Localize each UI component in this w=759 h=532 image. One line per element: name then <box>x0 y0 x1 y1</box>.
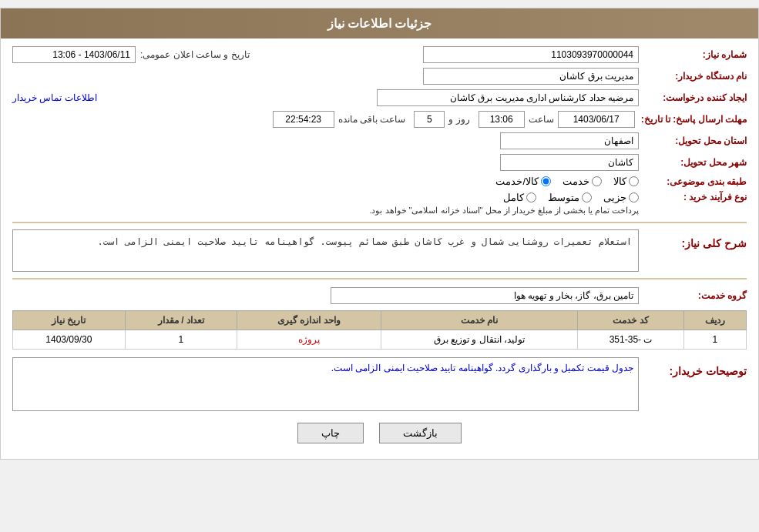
label-time: ساعت <box>529 114 554 125</box>
cell-unit: پروژه <box>237 330 381 350</box>
radio-kala-khedmat[interactable]: کالا/خدمت <box>495 176 551 187</box>
radio-khedmat-label: خدمت <box>563 176 589 187</box>
field-buyer-notes: جدول قیمت تکمیل و بارگذاری گردد. گواهینا… <box>12 357 639 411</box>
field-service-group <box>331 287 639 304</box>
category-radio-group: کالا خدمت کالا/خدمت <box>495 176 639 187</box>
label-reply-deadline: مهلت ارسال پاسخ: تا تاریخ: <box>635 114 747 125</box>
cell-name: تولید، انتقال و توزیع برق <box>381 330 578 350</box>
radio-khedmat[interactable]: خدمت <box>563 176 602 187</box>
label-remaining: ساعت باقی مانده <box>338 114 406 125</box>
cell-qty: 1 <box>125 330 237 350</box>
radio-kala-input[interactable] <box>629 176 639 186</box>
label-days: روز و <box>448 114 469 125</box>
buttons-container: بازگشت چاپ <box>12 423 747 443</box>
print-button[interactable]: چاپ <box>297 423 364 443</box>
back-button[interactable]: بازگشت <box>379 423 462 443</box>
label-category: طبقه بندی موضوعی: <box>639 176 747 187</box>
contact-link[interactable]: اطلاعات تماس خریدار <box>12 92 97 103</box>
cell-date: 1403/09/30 <box>13 330 126 350</box>
col-row: ردیف <box>683 311 746 330</box>
field-province <box>500 132 639 149</box>
col-name: نام خدمت <box>381 311 578 330</box>
radio-full[interactable]: کامل <box>503 192 536 203</box>
field-announce-date <box>12 46 136 63</box>
field-buyer-org <box>423 68 639 85</box>
radio-kala-khedmat-input[interactable] <box>541 176 551 186</box>
field-need-description[interactable]: استعلام تعمیرات روشنایی شمال و غرب کاشان… <box>12 229 639 272</box>
label-service-group: گروه خدمت: <box>639 290 747 301</box>
process-note: پرداخت تمام یا بخشی از مبلغ خریدار از مح… <box>369 206 639 216</box>
col-qty: تعداد / مقدار <box>125 311 237 330</box>
field-remaining-time <box>273 111 334 128</box>
radio-partial-label: جزیی <box>603 192 626 203</box>
label-province: استان محل تحویل: <box>639 136 747 146</box>
label-buyer-org: نام دستگاه خریدار: <box>639 71 747 82</box>
radio-medium[interactable]: متوسط <box>548 192 592 203</box>
cell-row-num: 1 <box>683 330 746 350</box>
services-table: ردیف کد خدمت نام خدمت واحد اندازه گیری ت… <box>12 310 747 350</box>
radio-khedmat-input[interactable] <box>592 176 602 186</box>
process-radio-group: جزیی متوسط کامل <box>369 192 639 203</box>
radio-medium-input[interactable] <box>582 192 592 202</box>
radio-kala[interactable]: کالا <box>613 176 639 187</box>
label-process-type: نوع فرآیند خرید : <box>639 192 747 202</box>
label-buyer-notes: توصیحات خریدار: <box>639 365 747 377</box>
label-need-description: شرح کلی نیاز: <box>639 237 747 249</box>
radio-partial[interactable]: جزیی <box>603 192 639 203</box>
table-row: 1 ت -35-351 تولید، انتقال و توزیع برق پر… <box>13 330 747 350</box>
radio-kala-label: کالا <box>613 176 626 187</box>
field-reply-date <box>558 111 635 128</box>
radio-full-input[interactable] <box>526 192 536 202</box>
page-title: جزئیات اطلاعات نیاز <box>1 8 758 38</box>
radio-partial-input[interactable] <box>629 192 639 202</box>
radio-kala-khedmat-label: کالا/خدمت <box>495 176 539 187</box>
field-need-number <box>423 46 639 63</box>
cell-code: ت -35-351 <box>578 330 683 350</box>
field-reply-days <box>414 111 445 128</box>
label-created-by: ایجاد کننده درخواست: <box>639 92 747 103</box>
label-announce-date: تاریخ و ساعت اعلان عمومی: <box>140 49 250 60</box>
field-reply-time <box>479 111 525 128</box>
col-unit: واحد اندازه گیری <box>237 311 381 330</box>
radio-medium-label: متوسط <box>548 192 579 203</box>
radio-full-label: کامل <box>503 192 524 203</box>
field-city <box>500 154 639 171</box>
label-need-number: شماره نیاز: <box>639 49 747 60</box>
label-city: شهر محل تحویل: <box>639 157 747 168</box>
field-created-by <box>377 89 639 106</box>
col-date: تاریخ نیاز <box>13 311 126 330</box>
col-code: کد خدمت <box>578 311 683 330</box>
